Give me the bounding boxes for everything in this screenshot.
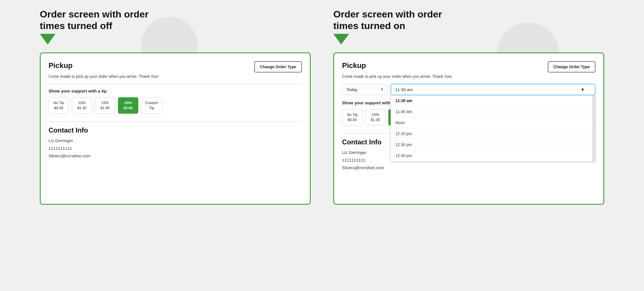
time-option-noon[interactable]: Noon	[391, 117, 595, 128]
left-order-type: Pickup	[49, 61, 73, 70]
left-tip-15[interactable]: 15%$1.95	[95, 97, 115, 114]
right-arrow-row	[333, 34, 442, 45]
time-option-1145am[interactable]: 11:45 am	[391, 106, 595, 117]
right-order-card: Pickup Change Order Type Come inside to …	[333, 52, 604, 205]
left-divider	[49, 84, 302, 84]
right-change-order-button[interactable]: Change Order Type	[548, 61, 595, 72]
left-tip-20[interactable]: 20%$2.60	[118, 97, 138, 114]
time-dropdown: 11:30 am 11:45 am Noon 12:15 pm 12:30 pm…	[391, 95, 595, 162]
day-select[interactable]: Today Tomorrow	[342, 84, 387, 95]
right-title: Order screen with order times turned on	[333, 8, 442, 32]
time-dropdown-scrollbar[interactable]	[592, 95, 595, 161]
left-tip-10[interactable]: 10%$1.30	[72, 97, 92, 114]
left-contact-name: Liz Gerringer	[49, 138, 302, 143]
left-divider-2	[49, 122, 302, 122]
left-down-arrow-icon	[40, 34, 56, 45]
right-card-header: Pickup Change Order Type	[342, 61, 595, 72]
left-header: Order screen with order times turned off	[40, 8, 148, 50]
time-select-value: 11:30 am	[395, 87, 413, 92]
left-tip-custom[interactable]: CustomTip	[141, 97, 162, 114]
left-order-card: Pickup Change Order Type Come inside to …	[40, 52, 311, 205]
left-arrow-row	[40, 34, 148, 45]
left-card-subtitle: Come inside to pick up your order when y…	[49, 74, 302, 79]
right-tip-10[interactable]: 10%$1.30	[365, 109, 385, 125]
time-option-1230pm[interactable]: 12:30 pm	[391, 139, 595, 150]
left-contact-phone: 1111111111	[49, 146, 302, 151]
right-down-arrow-icon	[333, 34, 349, 45]
left-title: Order screen with order times turned off	[40, 8, 148, 32]
time-option-1245pm[interactable]: 12:45 pm	[391, 150, 595, 161]
right-tip-no-tip[interactable]: No Tip$0.00	[342, 109, 362, 125]
left-tip-buttons: No Tip$0.00 10%$1.30 15%$1.95 20%$2.60 C…	[49, 97, 302, 114]
time-option-1130am[interactable]: 11:30 am	[391, 95, 595, 106]
right-card-subtitle: Come inside to pick up your order when y…	[342, 74, 595, 79]
time-select-arrow-icon: ▼	[581, 87, 585, 92]
time-select-display[interactable]: 11:30 am ▼	[391, 84, 595, 95]
left-contact-email: Silveru@ncrsilver.com	[49, 153, 302, 158]
day-select-wrapper: Today Tomorrow ▼	[342, 84, 387, 95]
time-selectors: Today Tomorrow ▼ 11:30 am ▼ 11:30 am 11:…	[342, 84, 595, 95]
page-wrapper: Order screen with order times turned off…	[40, 8, 604, 205]
left-change-order-button[interactable]: Change Order Type	[254, 61, 302, 72]
left-contact-title: Contact Info	[49, 126, 302, 134]
right-section: Order screen with order times turned on …	[333, 8, 604, 205]
left-tip-label: Show your support with a tip	[49, 89, 302, 93]
left-tip-no-tip[interactable]: No Tip$0.00	[49, 97, 69, 114]
time-option-1215pm[interactable]: 12:15 pm	[391, 128, 595, 139]
left-card-header: Pickup Change Order Type	[49, 61, 302, 72]
right-contact-email: Silveru@ncrsilver.com	[342, 165, 595, 170]
right-header: Order screen with order times turned on	[333, 8, 442, 50]
left-section: Order screen with order times turned off…	[40, 8, 311, 205]
time-dropdown-container: 11:30 am ▼ 11:30 am 11:45 am Noon 12:15 …	[391, 84, 595, 95]
right-order-type: Pickup	[342, 61, 366, 70]
